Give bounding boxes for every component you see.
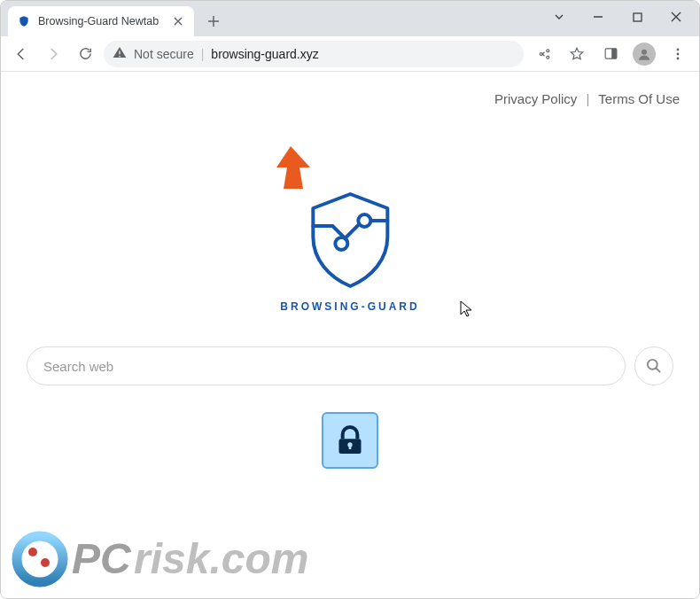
svg-rect-0 — [634, 13, 642, 21]
search-icon — [645, 357, 663, 375]
link-separator: | — [587, 91, 590, 106]
address-bar[interactable]: Not secure | browsing-guard.xyz — [104, 41, 524, 67]
forward-button[interactable] — [40, 41, 66, 67]
svg-point-8 — [335, 237, 347, 250]
lock-shortcut-tile[interactable] — [322, 412, 378, 469]
search-input[interactable]: Search web — [27, 346, 626, 385]
svg-point-6 — [677, 57, 680, 59]
tab-strip: Browsing-Guard Newtab — [1, 1, 699, 36]
omnibox-divider: | — [201, 47, 205, 61]
avatar-icon[interactable] — [630, 40, 658, 68]
security-label: Not secure — [134, 47, 194, 61]
tab-title: Browsing-Guard Newtab — [38, 15, 164, 27]
svg-rect-2 — [611, 49, 617, 58]
svg-point-4 — [677, 48, 680, 51]
kebab-menu-icon[interactable] — [664, 40, 692, 68]
chevron-down-icon[interactable] — [540, 4, 579, 30]
star-icon[interactable] — [563, 40, 591, 68]
browser-tab[interactable]: Browsing-Guard Newtab — [8, 6, 194, 36]
minimize-button[interactable] — [579, 4, 618, 30]
shield-favicon — [17, 14, 31, 28]
svg-point-5 — [677, 52, 680, 55]
warning-triangle-icon — [113, 45, 127, 62]
watermark: PC risk.com — [10, 522, 329, 595]
search-placeholder: Search web — [43, 359, 113, 374]
svg-rect-12 — [349, 445, 352, 449]
search-row: Search web — [27, 346, 673, 385]
padlock-icon — [332, 423, 368, 458]
watermark-text: risk.com — [134, 535, 308, 582]
side-panel-icon[interactable] — [596, 40, 625, 68]
window-controls — [540, 1, 696, 33]
header-links: Privacy Policy | Terms Of Use — [494, 91, 680, 106]
share-icon[interactable] — [529, 40, 557, 68]
privacy-policy-link[interactable]: Privacy Policy — [494, 91, 577, 106]
url-text: browsing-guard.xyz — [211, 47, 318, 61]
shield-logo-icon — [297, 185, 403, 292]
svg-text:PC: PC — [72, 535, 132, 582]
site-logo: BROWSING-GUARD — [280, 185, 419, 313]
maximize-button[interactable] — [618, 4, 657, 30]
svg-point-7 — [358, 214, 370, 227]
svg-point-13 — [17, 536, 63, 582]
svg-point-3 — [642, 49, 647, 54]
cursor-icon — [460, 300, 474, 323]
search-button[interactable] — [634, 346, 673, 385]
tab-close-icon[interactable] — [171, 14, 185, 28]
svg-point-14 — [28, 548, 37, 556]
svg-point-15 — [41, 558, 50, 567]
window-close-button[interactable] — [657, 4, 696, 30]
browser-toolbar: Not secure | browsing-guard.xyz — [1, 36, 699, 72]
terms-of-use-link[interactable]: Terms Of Use — [598, 91, 680, 106]
logo-text: BROWSING-GUARD — [280, 300, 419, 313]
reload-button[interactable] — [72, 41, 98, 67]
page-content: Privacy Policy | Terms Of Use BROWSING-G… — [1, 72, 699, 598]
new-tab-button[interactable] — [201, 9, 226, 34]
back-button[interactable] — [8, 41, 35, 67]
